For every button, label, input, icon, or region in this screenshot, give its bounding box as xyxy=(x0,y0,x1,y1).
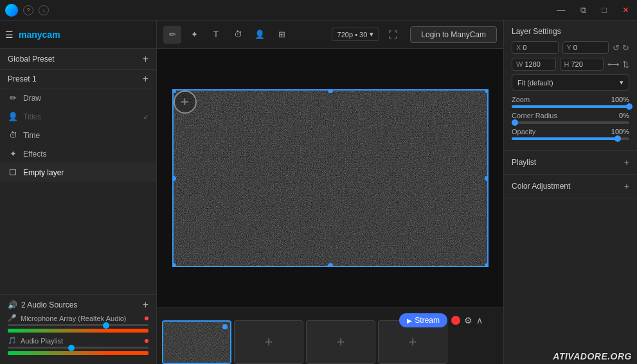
maximize-button[interactable]: □ xyxy=(599,4,609,16)
global-preset-header: Global Preset + xyxy=(0,49,156,70)
global-preset-title: Global Preset xyxy=(8,55,55,64)
x-value: 0 xyxy=(523,44,553,51)
opacity-slider-section: Opacity 100% xyxy=(512,128,629,140)
add-preset-button[interactable]: + xyxy=(143,74,148,84)
h-value: 720 xyxy=(571,60,599,68)
microphone-icon: 🎤 xyxy=(8,314,17,322)
color-adjustment-section[interactable]: Color Adjustment + xyxy=(504,175,637,198)
sidebar-item-titles[interactable]: 👤 Titles ↙ xyxy=(0,107,156,126)
playlist-volume-slider[interactable] xyxy=(8,347,148,349)
microphone-bar-fill xyxy=(8,329,148,333)
scene-thumb-1[interactable] xyxy=(162,320,231,364)
resolution-chevron-icon: ▾ xyxy=(370,30,373,39)
app-container: ☰ manycam Global Preset + Preset 1 + ✏ D… xyxy=(0,21,637,364)
magic-tool-button[interactable]: ✦ xyxy=(185,26,203,44)
add-audio-button[interactable]: + xyxy=(143,300,148,310)
help-icon[interactable]: ? xyxy=(23,5,33,15)
scene-active-indicator xyxy=(222,324,228,329)
scene-add-3[interactable]: + xyxy=(306,320,375,364)
draw-tool-button[interactable]: ✏ xyxy=(163,26,181,44)
layer-settings-section: Layer Settings X 0 Y 0 ↺ ↻ xyxy=(504,21,637,151)
titlebar: ? ↓ — ⧉ □ ✕ xyxy=(0,0,637,21)
minimize-button[interactable]: — xyxy=(554,4,568,16)
corner-radius-thumb[interactable] xyxy=(512,119,518,126)
sidebar-item-time-label: Time xyxy=(23,131,40,140)
color-adjustment-title: Color Adjustment xyxy=(512,182,570,191)
corner-bm[interactable] xyxy=(328,263,333,267)
h-label: H xyxy=(564,60,570,68)
stream-button[interactable]: Stream xyxy=(399,313,447,327)
window-controls: — ⧉ □ ✕ xyxy=(554,4,632,17)
microphone-audio-bar xyxy=(8,329,148,333)
corner-bl[interactable] xyxy=(172,263,176,267)
opacity-slider-track[interactable] xyxy=(512,137,629,140)
corner-mr[interactable] xyxy=(485,176,489,181)
reset-icon[interactable]: ↺ xyxy=(613,43,620,53)
zoom-slider-thumb[interactable] xyxy=(626,103,633,110)
microphone-name: Microphone Array (Realtek Audio) xyxy=(21,315,141,322)
corner-radius-slider-track[interactable] xyxy=(512,121,629,124)
grid-tool-button[interactable]: ⊞ xyxy=(273,26,291,44)
sidebar-menu: ✏ Draw 👤 Titles ↙ ⏱ Time ✦ Effects ☐ Emp… xyxy=(0,89,156,294)
corner-radius-label: Corner Radius xyxy=(512,112,557,119)
sidebar-item-draw[interactable]: ✏ Draw xyxy=(0,89,156,107)
sidebar-item-empty-layer[interactable]: ☐ Empty layer xyxy=(0,163,156,182)
record-button[interactable] xyxy=(451,316,460,325)
settings-gear-icon[interactable]: ⚙ xyxy=(464,315,472,325)
fit-chevron-icon: ▾ xyxy=(620,78,624,87)
aspect-icon[interactable]: ⇅ xyxy=(622,60,629,69)
zoom-slider-track[interactable] xyxy=(512,105,629,108)
resolution-label: 720p • 30 xyxy=(337,31,368,39)
add-global-preset-button[interactable]: + xyxy=(143,54,148,64)
right-panel: Layer Settings X 0 Y 0 ↺ ↻ xyxy=(503,21,637,364)
playlist-bar-fill xyxy=(8,351,148,355)
x-field[interactable]: X 0 xyxy=(512,41,559,54)
sidebar-item-effects[interactable]: ✦ Effects xyxy=(0,144,156,163)
login-button[interactable]: Login to ManyCam xyxy=(410,26,497,43)
update-icon[interactable]: ↓ xyxy=(39,5,49,15)
y-value: 0 xyxy=(573,44,604,51)
video-canvas: + xyxy=(172,89,489,267)
fit-dropdown[interactable]: Fit (default) ▾ xyxy=(512,74,629,91)
playlist-title: Playlist xyxy=(512,158,536,167)
person-tool-button[interactable]: 👤 xyxy=(251,26,269,44)
preset-section: Preset 1 + xyxy=(0,70,156,89)
w-field[interactable]: W 1280 xyxy=(512,58,556,71)
zoom-slider-section: Zoom 100% xyxy=(512,96,629,108)
microphone-volume-handle xyxy=(103,322,109,329)
audio-header: 🔊 2 Audio Sources + xyxy=(8,300,148,310)
microphone-dot xyxy=(145,316,148,320)
chevron-up-icon[interactable]: ∧ xyxy=(476,315,483,325)
playlist-audio-bar xyxy=(8,351,148,355)
add-source-button[interactable]: + xyxy=(174,91,197,114)
sidebar-item-time[interactable]: ⏱ Time xyxy=(0,126,156,144)
sidebar-item-effects-label: Effects xyxy=(23,150,46,159)
restore-button[interactable]: ⧉ xyxy=(578,4,589,17)
timer-tool-button[interactable]: ⏱ xyxy=(229,26,247,44)
sidebar-item-draw-label: Draw xyxy=(23,94,41,103)
playlist-section[interactable]: Playlist + xyxy=(504,151,637,175)
preset-name: Preset 1 xyxy=(8,74,37,83)
audio-speaker-icon: 🔊 xyxy=(8,300,17,309)
link-icon[interactable]: ⟷ xyxy=(607,60,620,69)
corner-br[interactable] xyxy=(485,263,489,267)
redo-icon[interactable]: ↻ xyxy=(622,43,629,53)
y-field[interactable]: Y 0 xyxy=(562,41,609,54)
h-field[interactable]: H 720 xyxy=(560,58,604,71)
hamburger-icon[interactable]: ☰ xyxy=(5,30,13,40)
opacity-fill xyxy=(512,137,618,140)
expand-button[interactable]: ⛶ xyxy=(388,30,397,40)
audio-section: 🔊 2 Audio Sources + 🎤 Microphone Array (… xyxy=(0,294,156,364)
microphone-volume-slider[interactable] xyxy=(8,324,148,326)
sidebar-item-empty-layer-label: Empty layer xyxy=(23,168,64,177)
wh-row: W 1280 H 720 ⟷ ⇅ xyxy=(512,58,629,71)
playlist-add-icon[interactable]: + xyxy=(624,157,629,168)
zoom-label: Zoom xyxy=(512,96,530,103)
color-adjustment-add-icon[interactable]: + xyxy=(624,181,629,191)
time-icon: ⏱ xyxy=(8,130,18,140)
close-button[interactable]: ✕ xyxy=(620,4,632,16)
text-tool-button[interactable]: T xyxy=(207,26,225,44)
scene-add-2[interactable]: + xyxy=(234,320,303,364)
resolution-button[interactable]: 720p • 30 ▾ xyxy=(332,28,380,41)
opacity-thumb[interactable] xyxy=(615,135,621,142)
